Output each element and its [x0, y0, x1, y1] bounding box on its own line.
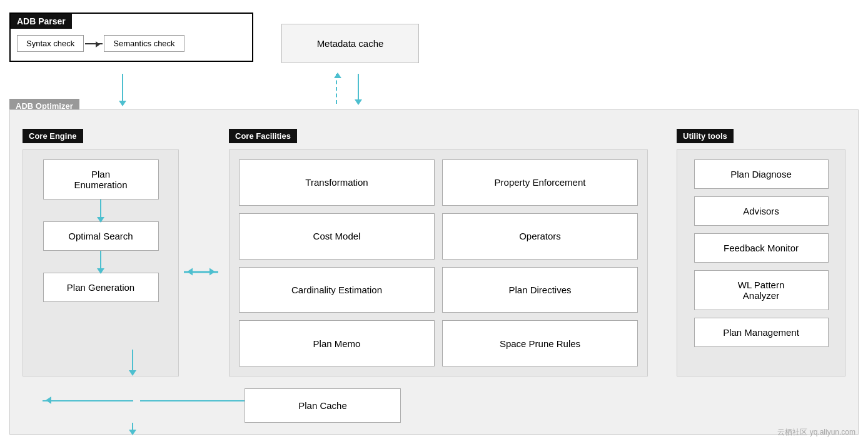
utility-tools-section: Utility tools Plan Diagnose Advisors Fee…: [677, 129, 845, 378]
solid-arrow-down-meta-icon: [358, 74, 359, 104]
space-prune-rules-label: Space Prune Rules: [500, 338, 580, 349]
plan-enumeration-box: PlanEnumeration: [43, 159, 159, 199]
cardinality-estimation-label: Cardinality Estimation: [291, 285, 382, 295]
plan-directives-label: Plan Directives: [508, 285, 571, 295]
core-facilities-section: Core Facilities Transformation Property …: [229, 129, 648, 378]
operators-box: Operators: [442, 213, 638, 260]
operators-label: Operators: [519, 231, 561, 241]
syntax-check-box: Syntax check: [17, 35, 84, 52]
plan-cache-box: Plan Cache: [245, 388, 401, 423]
plan-cache-area: Plan Cache: [229, 388, 416, 423]
feedback-monitor-box: Feedback Monitor: [694, 233, 829, 263]
property-enforcement-box: Property Enforcement: [442, 159, 638, 206]
core-engine-inner: PlanEnumeration Optimal Search Plan Gene…: [23, 149, 179, 376]
arrow-final-down-icon: [132, 423, 133, 434]
arrow-right-icon: [85, 43, 103, 44]
plan-diagnose-box: Plan Diagnose: [694, 159, 829, 189]
cardinality-estimation-box: Cardinality Estimation: [239, 267, 435, 313]
metadata-cache-box: Metadata cache: [281, 24, 419, 63]
arrow-parser-down-icon: [122, 74, 123, 105]
adb-parser-title: ADB Parser: [11, 14, 72, 29]
watermark: 云栖社区 yq.aliyun.com: [777, 427, 855, 438]
plan-cache-label: Plan Cache: [298, 400, 347, 411]
core-facilities-title: Core Facilities: [229, 129, 297, 143]
utility-tools-title: Utility tools: [677, 129, 734, 143]
advisors-box: Advisors: [694, 196, 829, 226]
plan-diagnose-label: Plan Diagnose: [730, 169, 792, 179]
diagram-container: ADB Parser Syntax check Semantics check …: [0, 0, 868, 444]
double-arrow-line: [184, 271, 218, 273]
parser-checks: Syntax check Semantics check: [11, 29, 252, 61]
double-arrow-icon: [184, 271, 218, 273]
arrow-pg-down-icon: [132, 350, 133, 375]
core-engine-section: Core Engine PlanEnumeration Optimal Sear…: [23, 129, 179, 378]
optimal-search-label: Optimal Search: [68, 231, 133, 241]
cost-model-box: Cost Model: [239, 213, 435, 260]
property-enforcement-label: Property Enforcement: [495, 177, 586, 188]
metadata-cache-label: Metadata cache: [317, 38, 384, 49]
ce-arrow-1-icon: [100, 199, 101, 221]
wl-pattern-analyzer-box: WL PatternAnalyzer: [694, 270, 829, 310]
ce-arrow-2-icon: [100, 251, 101, 273]
plan-generation-label: Plan Generation: [67, 282, 134, 293]
plan-management-box: Plan Management: [694, 318, 829, 347]
cost-model-label: Cost Model: [313, 231, 361, 241]
plan-management-label: Plan Management: [723, 327, 799, 338]
plan-directives-box: Plan Directives: [442, 267, 638, 313]
space-prune-rules-box: Space Prune Rules: [442, 320, 638, 366]
core-facilities-inner: Transformation Property Enforcement Cost…: [229, 149, 648, 376]
advisors-label: Advisors: [743, 206, 779, 216]
dashed-arrow-up-icon: [336, 74, 337, 104]
transformation-box: Transformation: [239, 159, 435, 206]
semantics-check-box: Semantics check: [104, 35, 184, 52]
feedback-monitor-label: Feedback Monitor: [724, 243, 799, 253]
core-engine-title: Core Engine: [23, 129, 83, 143]
plan-memo-box: Plan Memo: [239, 320, 435, 366]
optimizer-box: Core Engine PlanEnumeration Optimal Sear…: [9, 109, 859, 435]
plan-memo-label: Plan Memo: [313, 338, 361, 349]
adb-parser-box: ADB Parser Syntax check Semantics check: [9, 13, 253, 62]
utility-tools-inner: Plan Diagnose Advisors Feedback Monitor …: [677, 149, 845, 376]
transformation-label: Transformation: [305, 177, 368, 188]
arrow-cache-left-icon: [43, 400, 133, 401]
